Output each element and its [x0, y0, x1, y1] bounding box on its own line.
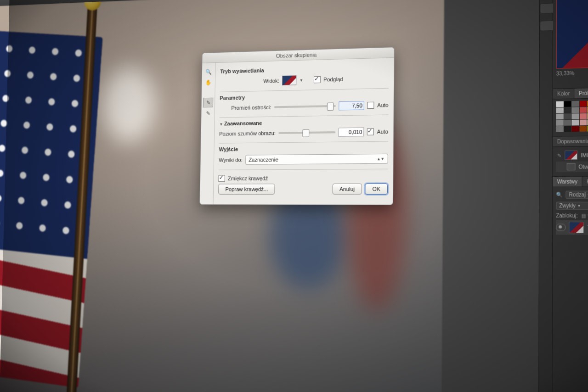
section-advanced[interactable]: Zaawansowane — [219, 118, 388, 127]
cancel-button[interactable]: Anuluj — [332, 184, 362, 195]
radius-auto-label: Auto — [377, 102, 389, 108]
layer-filter-kind[interactable]: Rodzaj — [565, 191, 588, 199]
swatch[interactable] — [580, 113, 587, 119]
swatch[interactable] — [580, 107, 587, 113]
history-filename: IMG_0106.CR2 — [581, 152, 588, 158]
zoom-tool-icon[interactable]: 🔍 — [204, 67, 214, 77]
collapsed-panel-strip — [538, 0, 553, 392]
swatch[interactable] — [580, 126, 587, 132]
swatch[interactable] — [556, 101, 564, 107]
ok-button[interactable]: OK — [365, 184, 388, 195]
output-select[interactable]: Zaznaczenie ▲▼ — [245, 154, 388, 165]
history-snapshot[interactable]: ✎ IMG_0106.CR2 — [556, 148, 588, 162]
preview-label: Podgląd — [323, 76, 343, 83]
swatch[interactable] — [556, 114, 564, 120]
soften-edge-label: Zmiękcz krawędź — [228, 175, 268, 181]
hand-tool-icon[interactable]: ✋ — [204, 78, 214, 88]
noise-label: Poziom szumów obrazu: — [219, 130, 276, 136]
view-thumbnail[interactable] — [282, 75, 296, 85]
swatch[interactable] — [580, 101, 587, 107]
tab-layers[interactable]: Warstwy — [553, 177, 582, 187]
swatch[interactable] — [564, 101, 571, 107]
output-to-label: Wyniki do: — [219, 157, 243, 163]
lock-buttons[interactable]: ▦ ✎ ✥ 🔒 — [581, 213, 588, 219]
tab-color[interactable]: Kolor — [553, 89, 575, 99]
navigator-thumbnail[interactable] — [556, 0, 588, 69]
radius-auto-checkbox[interactable] — [368, 102, 374, 109]
section-output: Wyjście — [219, 145, 389, 152]
swatch[interactable] — [572, 101, 579, 107]
swatch[interactable] — [580, 119, 587, 125]
layer-thumb-icon — [569, 222, 584, 233]
noise-auto-label: Auto — [377, 129, 389, 134]
swatch[interactable] — [572, 120, 579, 126]
noise-slider[interactable] — [278, 131, 336, 134]
add-focus-brush-icon[interactable]: ✎ — [203, 98, 213, 107]
refine-edge-button[interactable]: Popraw krawędź... — [218, 184, 275, 195]
radius-label: Promień ostrości: — [220, 104, 271, 111]
history-step-label: Otwórz — [579, 164, 588, 170]
output-select-value: Zaznaczenie — [249, 157, 278, 162]
tab-channels[interactable]: Kanały — [582, 177, 588, 187]
swatch[interactable] — [572, 113, 579, 119]
radius-input[interactable] — [339, 101, 365, 111]
swatch[interactable] — [564, 107, 571, 113]
preview-checkbox[interactable] — [314, 76, 321, 83]
swatch[interactable] — [564, 113, 571, 119]
blend-mode-select[interactable]: Zwykły — [556, 202, 588, 210]
tab-swatches[interactable]: Próbki — [575, 88, 588, 99]
subtract-focus-brush-icon[interactable]: ✎ — [203, 108, 213, 118]
chevron-updown-icon: ▲▼ — [377, 157, 384, 161]
swatch[interactable] — [564, 126, 571, 132]
swatch[interactable] — [556, 107, 564, 113]
swatch[interactable] — [556, 120, 564, 126]
history-step-open[interactable]: Otwórz — [556, 161, 588, 172]
swatch[interactable] — [556, 126, 564, 132]
right-panel-dock: Nawigator Histog 33,33% Kolor Próbki Dop… — [552, 0, 588, 392]
section-viewmode: Tryb wyświetlania — [220, 64, 389, 74]
noise-auto-checkbox[interactable] — [367, 128, 374, 135]
tab-adjustments[interactable]: Dopasowania — [553, 136, 588, 147]
swatch[interactable] — [572, 107, 579, 113]
layer-row-background[interactable]: Tło — [556, 220, 588, 235]
focus-area-dialog: Obszar skupienia 🔍 ✋ ✎ ✎ Tryb wyświetlan… — [199, 47, 395, 205]
swatch[interactable] — [564, 120, 571, 126]
swatches-grid[interactable] — [553, 97, 588, 134]
document-icon — [567, 163, 576, 170]
chevron-down-icon[interactable]: ▼ — [300, 78, 303, 83]
soften-edge-checkbox[interactable] — [218, 175, 225, 182]
lock-label: Zablokuj: — [556, 213, 578, 218]
history-thumb-icon — [565, 151, 577, 160]
visibility-eye-icon[interactable] — [556, 224, 565, 231]
swatch[interactable] — [572, 126, 579, 132]
section-parameters: Parametry — [220, 91, 389, 101]
navigator-zoom-value: 33,33% — [556, 68, 588, 77]
noise-input[interactable] — [339, 128, 364, 137]
radius-slider[interactable] — [274, 105, 336, 108]
view-label: Widok: — [263, 78, 279, 84]
